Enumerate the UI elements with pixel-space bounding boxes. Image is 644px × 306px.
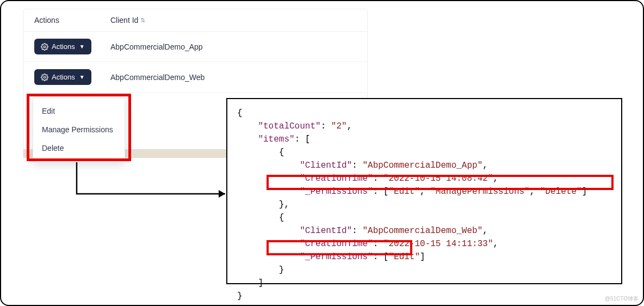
- column-header-clientid-label: Client Id: [110, 16, 138, 25]
- chevron-down-icon: ▼: [79, 44, 85, 50]
- figure-container: Actions Client Id ⇅ Actions ▼ AbpCommerc…: [0, 0, 644, 306]
- code-key: "totalCount": [258, 121, 320, 131]
- code-key: "_Permissions": [300, 252, 373, 262]
- code-key: "ClientId": [300, 226, 352, 236]
- table-row: Actions ▼ AbpCommercialDemo_Web: [23, 62, 367, 93]
- json-response-panel: { "totalCount": "2", "items": [ { "Clien…: [226, 98, 622, 284]
- actions-button[interactable]: Actions ▼: [34, 69, 91, 85]
- cell-clientid: AbpCommercialDemo_App: [110, 42, 356, 51]
- arrow-icon: [75, 162, 233, 200]
- code-value: "Delete": [540, 187, 582, 197]
- watermark: @51CTO博客: [605, 295, 639, 303]
- cell-actions: Actions ▼: [34, 39, 110, 54]
- dropdown-item-manage-permissions[interactable]: Manage Permissions: [33, 120, 125, 139]
- code-bracket: [: [305, 134, 311, 144]
- code-value: "2022-10-15 14:08:42": [383, 174, 493, 183]
- actions-button[interactable]: Actions ▼: [34, 39, 91, 54]
- code-key: "CreationTime": [300, 174, 373, 183]
- column-header-clientid[interactable]: Client Id ⇅: [110, 16, 356, 25]
- code-brace: {: [279, 213, 284, 223]
- code-value: "Edit": [388, 187, 420, 197]
- sort-icon: ⇅: [140, 17, 145, 23]
- cell-clientid: AbpCommercialDemo_Web: [110, 73, 356, 82]
- actions-button-label: Actions: [52, 42, 75, 51]
- code-value: "ManagePermissions": [430, 187, 529, 197]
- cell-actions: Actions ▼: [34, 69, 110, 85]
- code-value: "2": [331, 121, 347, 131]
- code-value: "Edit": [388, 252, 420, 262]
- actions-button-label: Actions: [52, 73, 75, 81]
- svg-point-1: [44, 76, 46, 78]
- code-value: "2022-10-15 14:11:33": [383, 239, 493, 249]
- table-row: Actions ▼ AbpCommercialDemo_App: [23, 32, 367, 62]
- code-key: "ClientId": [300, 161, 352, 170]
- code-brace: }: [237, 291, 243, 301]
- actions-dropdown: Edit Manage Permissions Delete: [33, 97, 125, 162]
- table-header-row: Actions Client Id ⇅: [23, 9, 367, 32]
- code-brace: {: [237, 108, 243, 118]
- svg-point-0: [44, 46, 46, 48]
- code-key: "CreationTime": [300, 239, 373, 249]
- column-header-actions[interactable]: Actions: [34, 16, 110, 25]
- code-brace: }: [279, 265, 284, 275]
- gear-icon: [41, 43, 48, 51]
- gear-icon: [41, 74, 48, 81]
- code-key: "items": [258, 134, 294, 144]
- code-bracket: ]: [258, 278, 263, 288]
- code-value: "AbpCommercialDemo_Web": [362, 226, 482, 236]
- dropdown-item-delete[interactable]: Delete: [33, 139, 125, 157]
- code-value: "AbpCommercialDemo_App": [362, 161, 482, 170]
- chevron-down-icon: ▼: [79, 74, 85, 80]
- code-key: "_Permissions": [300, 187, 373, 197]
- dropdown-item-edit[interactable]: Edit: [33, 102, 125, 120]
- code-brace: },: [279, 200, 289, 210]
- code-brace: {: [279, 148, 284, 157]
